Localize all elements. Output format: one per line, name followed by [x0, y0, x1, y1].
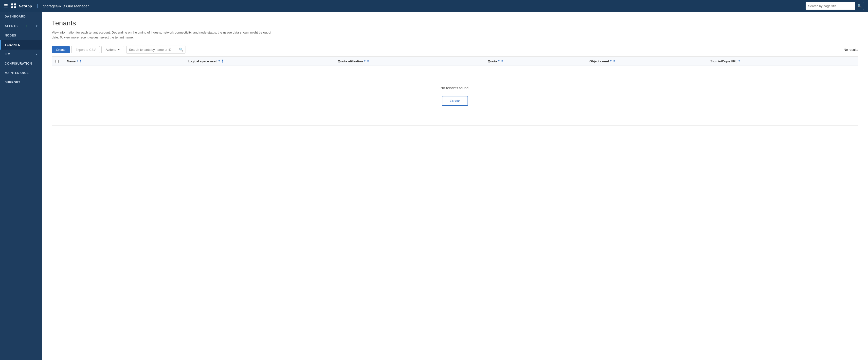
th-logical-space: Logical space used ? ▲ ▼	[185, 59, 335, 63]
sort-down-icon: ▼	[80, 61, 82, 63]
th-object-count: Object count ? ▲ ▼	[587, 59, 708, 63]
sidebar-item-ilm[interactable]: ILM ▼	[0, 50, 42, 59]
tenants-table: Name ? ▲ ▼ Logical space used ? ▲ ▼	[52, 57, 858, 126]
select-all-checkbox[interactable]	[56, 60, 59, 63]
sidebar-item-support[interactable]: SUPPORT	[0, 78, 42, 87]
sidebar-item-alerts[interactable]: ALERTS ✓ ▼	[0, 21, 42, 31]
th-quota-info-icon[interactable]: ?	[498, 60, 500, 63]
th-logical-space-info-icon[interactable]: ?	[218, 60, 220, 63]
toolbar: Create Export to CSV Actions ▼ 🔍 No resu…	[52, 46, 858, 57]
hamburger-icon[interactable]: ☰	[4, 3, 8, 9]
nav-search-box: 🔍	[806, 2, 864, 10]
export-csv-button[interactable]: Export to CSV	[71, 46, 100, 53]
netapp-logo-icon	[11, 3, 17, 9]
table-header: Name ? ▲ ▼ Logical space used ? ▲ ▼	[52, 57, 858, 66]
th-quota-utilization-label: Quota utilization	[338, 59, 363, 63]
nav-search-input[interactable]	[806, 4, 855, 8]
svg-rect-0	[11, 3, 13, 5]
th-quota-label: Quota	[488, 59, 497, 63]
sort-down-icon: ▼	[613, 61, 615, 63]
th-quota: Quota ? ▲ ▼	[485, 59, 587, 63]
sidebar-item-nodes[interactable]: NODES	[0, 31, 42, 40]
layout: DASHBOARD ALERTS ✓ ▼ NODES TENANTS ILM ▼…	[0, 12, 868, 360]
th-quota-utilization-sort[interactable]: ▲ ▼	[367, 59, 369, 63]
nav-separator: |	[37, 3, 38, 9]
th-name-label: Name	[67, 59, 75, 63]
th-name-sort[interactable]: ▲ ▼	[80, 59, 82, 63]
th-quota-utilization-info-icon[interactable]: ?	[364, 60, 366, 63]
ilm-chevron-icon: ▼	[35, 53, 38, 56]
sidebar-item-maintenance[interactable]: MAINTENANCE	[0, 68, 42, 78]
create-button[interactable]: Create	[52, 46, 70, 53]
main-content: Tenants View information for each tenant…	[42, 12, 868, 360]
navbar-left: ☰ NetApp | StorageGRID Grid Manager	[4, 3, 89, 9]
nav-logo: NetApp	[11, 3, 32, 9]
search-tenants-box: 🔍	[126, 46, 185, 54]
sort-down-icon: ▼	[367, 61, 369, 63]
sort-down-icon: ▼	[221, 61, 223, 63]
logo-text: NetApp	[19, 4, 32, 8]
svg-rect-3	[14, 6, 16, 8]
th-checkbox	[52, 60, 64, 63]
th-object-count-label: Object count	[589, 59, 609, 63]
th-quota-sort[interactable]: ▲ ▼	[501, 59, 503, 63]
th-logical-space-sort[interactable]: ▲ ▼	[221, 59, 223, 63]
th-logical-space-label: Logical space used	[188, 59, 217, 63]
empty-state: No tenants found. Create	[52, 66, 858, 125]
svg-rect-2	[11, 6, 13, 8]
create-tenant-empty-button[interactable]: Create	[442, 96, 468, 106]
actions-button[interactable]: Actions ▼	[101, 46, 124, 53]
th-name: Name ? ▲ ▼	[64, 59, 185, 63]
sidebar-item-configuration[interactable]: CONFIGURATION	[0, 59, 42, 68]
empty-state-message: No tenants found.	[440, 86, 469, 90]
alerts-status-icon: ✓	[25, 24, 28, 28]
page-title: Tenants	[52, 19, 858, 27]
page-description: View information for each tenant account…	[52, 30, 274, 40]
th-sign-in-url: Sign in/Copy URL ?	[708, 59, 858, 63]
th-quota-utilization: Quota utilization ? ▲ ▼	[335, 59, 485, 63]
th-name-info-icon[interactable]: ?	[76, 60, 78, 63]
th-object-count-info-icon[interactable]: ?	[610, 60, 612, 63]
sidebar-item-dashboard[interactable]: DASHBOARD	[0, 12, 42, 21]
th-object-count-sort[interactable]: ▲ ▼	[613, 59, 615, 63]
search-tenants-button[interactable]: 🔍	[177, 48, 185, 52]
th-sign-in-url-label: Sign in/Copy URL	[710, 59, 738, 63]
actions-label: Actions	[105, 48, 116, 52]
nav-app-title: StorageGRID Grid Manager	[43, 4, 89, 8]
svg-rect-1	[14, 3, 16, 5]
sidebar: DASHBOARD ALERTS ✓ ▼ NODES TENANTS ILM ▼…	[0, 12, 42, 360]
nav-search-button[interactable]: 🔍	[855, 2, 864, 10]
alerts-chevron-icon: ▼	[35, 25, 38, 27]
navbar: ☰ NetApp | StorageGRID Grid Manager 🔍	[0, 0, 868, 12]
search-tenants-input[interactable]	[126, 48, 177, 52]
no-results-label: No results	[844, 48, 858, 52]
th-sign-in-url-info-icon[interactable]: ?	[739, 60, 740, 63]
sidebar-item-tenants[interactable]: TENANTS	[0, 40, 42, 50]
actions-chevron-icon: ▼	[118, 48, 120, 51]
sort-down-icon: ▼	[501, 61, 503, 63]
